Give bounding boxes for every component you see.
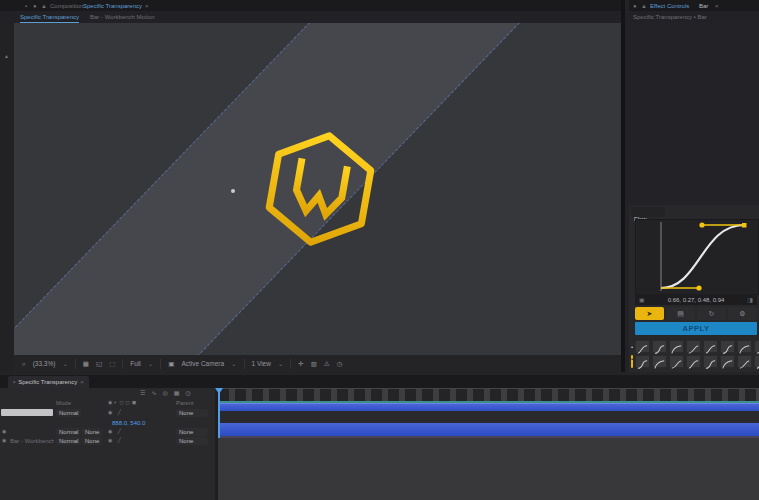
flow-preset-thumbnail[interactable] bbox=[635, 340, 650, 353]
preset-row-dot-icon: • bbox=[631, 343, 633, 351]
flow-preset-thumbnail[interactable] bbox=[652, 355, 667, 368]
layer-row-1[interactable]: Normal ◉ ╱ None bbox=[0, 409, 215, 417]
magnifier-icon[interactable]: ⌕ bbox=[22, 359, 26, 369]
layer-2-mode-select[interactable]: Normal bbox=[56, 428, 81, 436]
comp-tab-specific-transparency[interactable]: Specific Transparency bbox=[20, 13, 79, 23]
flow-preset-dropdown[interactable]: Flow ⌄ bbox=[631, 207, 665, 217]
timeline-layer-column: ☰ ∿ ◎ ▦ ◷ Mode Parent ◉◐◻◻◼ Normal ◉ ╱ N… bbox=[0, 388, 215, 500]
flow-preset-thumbnail[interactable] bbox=[669, 340, 684, 353]
layer-2-trkmat-select[interactable]: None bbox=[82, 428, 102, 436]
comp-header-prefix: Composition bbox=[50, 2, 83, 10]
triangle-up-icon[interactable]: ▲ bbox=[4, 53, 9, 59]
chevron-down-icon[interactable]: ⌄ bbox=[231, 359, 236, 369]
active-camera-select[interactable]: Active Camera bbox=[181, 359, 224, 369]
ruler-cross-icon[interactable]: ✛ bbox=[298, 359, 303, 369]
effect-controls-panel: ● ▲ Effect Controls Bar × Specific Trans… bbox=[621, 0, 759, 375]
layer-3-switches[interactable]: ◉ ╱ bbox=[108, 437, 123, 443]
flow-preset-thumbnail[interactable] bbox=[754, 340, 759, 353]
copy-value-icon[interactable]: ▣ bbox=[639, 296, 645, 304]
layer-row-3[interactable]: ◉ Bar - Workbench Motion Normal None ◉ ╱… bbox=[0, 437, 215, 445]
flow-preset-thumbnail[interactable] bbox=[703, 355, 718, 368]
layer-row-2[interactable]: ◉ Normal None ◉ ╱ None bbox=[0, 428, 215, 436]
timeline-tab-specific-transparency[interactable]: ▪ Specific Transparency × bbox=[8, 376, 89, 388]
camera-chip-icon[interactable]: ▣ bbox=[168, 359, 174, 369]
layer-bar-bottom[interactable] bbox=[218, 423, 759, 436]
warn-icon[interactable]: ⚠ bbox=[324, 359, 330, 369]
layer-2-av-icons[interactable]: ◉ bbox=[2, 428, 8, 434]
time-ruler[interactable] bbox=[218, 388, 759, 402]
timeline-tab-close-icon[interactable]: × bbox=[80, 378, 84, 386]
layer-1-mode-select[interactable]: Normal bbox=[56, 409, 81, 417]
chevron-down-icon[interactable]: ⌄ bbox=[148, 359, 153, 369]
view-layout-select[interactable]: 1 View bbox=[252, 359, 271, 369]
flow-tool-reload[interactable]: ↻ bbox=[697, 307, 726, 320]
layer-3-parent-select[interactable]: None bbox=[176, 437, 208, 445]
flow-apply-button[interactable]: APPLY bbox=[635, 322, 757, 335]
toolbar-divider bbox=[160, 359, 161, 369]
motion-blur-icon[interactable]: ◎ bbox=[162, 389, 167, 396]
bezier-value[interactable]: 0.66, 0.27, 0.48, 0.94 bbox=[668, 296, 725, 304]
bezier-handle-in[interactable] bbox=[696, 285, 701, 290]
grid-guides-icon[interactable]: ▦ bbox=[83, 359, 89, 369]
playhead-line[interactable] bbox=[218, 388, 220, 438]
preset-row-active-marker[interactable]: • bbox=[631, 355, 633, 368]
region-of-interest-icon[interactable]: ⬚ bbox=[109, 359, 115, 369]
comp-viewer-toolbar: ⌕ (33.3%) ⌄ ▦ ◱ ⬚ Full ⌄ ▣ Active Camera… bbox=[14, 355, 621, 372]
layer-3-trkmat-select[interactable]: None bbox=[82, 437, 102, 445]
flow-preset-thumbnail[interactable] bbox=[720, 340, 735, 353]
flow-preset-thumbnail[interactable] bbox=[669, 355, 684, 368]
triangle-up-icon: ▲ bbox=[641, 2, 647, 10]
layer-1-parent-select[interactable]: None bbox=[176, 409, 208, 417]
layer-3-mode-select[interactable]: Normal bbox=[56, 437, 81, 445]
apply-button-label: APPLY bbox=[683, 324, 710, 333]
column-header-mode[interactable]: Mode bbox=[56, 399, 71, 407]
flow-value-bar: ▣ 0.66, 0.27, 0.48, 0.94 ◨ bbox=[635, 294, 757, 305]
layer-2-switches[interactable]: ◉ ╱ bbox=[108, 428, 123, 434]
clock-icon[interactable]: ◷ bbox=[337, 359, 343, 369]
composition-viewer[interactable] bbox=[14, 23, 621, 355]
flow-preset-thumbnail[interactable] bbox=[737, 340, 752, 353]
layer-1-name-field[interactable] bbox=[1, 409, 53, 416]
flow-curve-editor[interactable] bbox=[635, 219, 759, 295]
effects-panel-close-icon[interactable]: × bbox=[715, 2, 719, 10]
film-icon[interactable]: ▥ bbox=[311, 359, 317, 369]
curve-endpoint[interactable] bbox=[742, 223, 747, 228]
zoom-level-select[interactable]: (33.3%) bbox=[33, 359, 56, 369]
column-header-parent[interactable]: Parent bbox=[176, 399, 194, 407]
bezier-curve[interactable] bbox=[661, 225, 744, 288]
shy-icon[interactable]: ☰ bbox=[140, 389, 145, 396]
chevron-down-icon[interactable]: ⌄ bbox=[278, 359, 283, 369]
flow-preset-thumbnail[interactable] bbox=[754, 355, 759, 368]
panel-dot-icon: ● bbox=[633, 2, 637, 10]
mask-visibility-icon[interactable]: ◱ bbox=[96, 359, 102, 369]
flow-preset-thumbnail[interactable] bbox=[686, 340, 701, 353]
comp-tab-bar-workbench-motion[interactable]: Bar - Workbench Motion bbox=[90, 13, 155, 21]
layer-2-parent-select[interactable]: None bbox=[176, 428, 208, 436]
graph-wave-icon[interactable]: ∿ bbox=[151, 389, 156, 396]
anchor-point-handle[interactable] bbox=[231, 189, 235, 193]
layer-3-name[interactable]: Bar - Workbench Motion bbox=[10, 437, 54, 445]
flow-preset-row: • bbox=[631, 340, 759, 353]
bezier-handle-out[interactable] bbox=[699, 222, 704, 227]
flow-tool-library[interactable]: ▤ bbox=[666, 307, 695, 320]
flow-preset-thumbnail[interactable] bbox=[635, 355, 650, 368]
layer-3-av-icons[interactable]: ◉ bbox=[2, 437, 8, 443]
resolution-select[interactable]: Full bbox=[130, 359, 140, 369]
hexagon-outline bbox=[265, 128, 376, 251]
flow-tool-cursor[interactable]: ➤ bbox=[635, 307, 664, 320]
swap-icon[interactable]: ◨ bbox=[747, 296, 753, 304]
flow-preset-thumbnail[interactable] bbox=[720, 355, 735, 368]
flow-preset-thumbnail[interactable] bbox=[737, 355, 752, 368]
flow-tool-settings[interactable]: ⚙ bbox=[728, 307, 757, 320]
clock-icon[interactable]: ◷ bbox=[185, 389, 190, 396]
flow-preset-thumbnail[interactable] bbox=[652, 340, 667, 353]
flow-preset-thumbnail[interactable] bbox=[686, 355, 701, 368]
grid-icon[interactable]: ▦ bbox=[174, 389, 180, 396]
layer-1-switches[interactable]: ◉ ╱ bbox=[108, 409, 123, 415]
property-value-row: 888.0, 540.0 bbox=[0, 419, 215, 427]
playhead-marker[interactable] bbox=[215, 388, 223, 394]
comp-panel-close-icon[interactable]: × bbox=[145, 2, 149, 10]
chevron-down-icon[interactable]: ⌄ bbox=[62, 359, 67, 369]
flow-preset-thumbnail[interactable] bbox=[703, 340, 718, 353]
position-value[interactable]: 888.0, 540.0 bbox=[112, 419, 145, 427]
